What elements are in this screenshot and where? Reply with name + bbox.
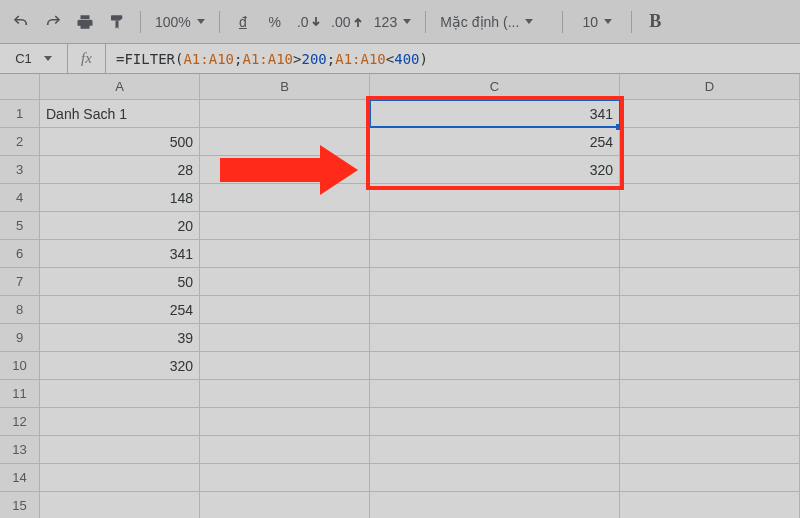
- more-formats-dropdown[interactable]: 123: [368, 8, 417, 36]
- cell-B2[interactable]: [200, 128, 370, 155]
- cell-D6[interactable]: [620, 240, 800, 267]
- row-header[interactable]: 2: [0, 128, 40, 155]
- cell-D2[interactable]: [620, 128, 800, 155]
- cell-D14[interactable]: [620, 464, 800, 491]
- row-header[interactable]: 15: [0, 492, 40, 518]
- cell-A3[interactable]: 28: [40, 156, 200, 183]
- increase-decimals-button[interactable]: .00: [328, 8, 366, 36]
- cell-B13[interactable]: [200, 436, 370, 463]
- cell-A1[interactable]: Danh Sach 1: [40, 100, 200, 127]
- row-header[interactable]: 11: [0, 380, 40, 407]
- cell-A12[interactable]: [40, 408, 200, 435]
- decrease-decimals-button[interactable]: .0: [292, 8, 326, 36]
- cell-D9[interactable]: [620, 324, 800, 351]
- font-size-dropdown[interactable]: 10: [571, 8, 623, 36]
- cell-A15[interactable]: [40, 492, 200, 518]
- currency-button[interactable]: đ: [228, 8, 258, 36]
- cell-C1[interactable]: 341: [370, 100, 620, 127]
- percent-button[interactable]: %: [260, 8, 290, 36]
- cell-A14[interactable]: [40, 464, 200, 491]
- cell-C3[interactable]: 320: [370, 156, 620, 183]
- cell-B8[interactable]: [200, 296, 370, 323]
- row-header[interactable]: 6: [0, 240, 40, 267]
- cell-B10[interactable]: [200, 352, 370, 379]
- row-header[interactable]: 10: [0, 352, 40, 379]
- cell-A11[interactable]: [40, 380, 200, 407]
- cell-C6[interactable]: [370, 240, 620, 267]
- row-header[interactable]: 13: [0, 436, 40, 463]
- cell-D12[interactable]: [620, 408, 800, 435]
- cell-C8[interactable]: [370, 296, 620, 323]
- cell-C2[interactable]: 254: [370, 128, 620, 155]
- caret-icon: [604, 19, 612, 24]
- column-header-C[interactable]: C: [370, 74, 620, 99]
- cell-D4[interactable]: [620, 184, 800, 211]
- cell-A5[interactable]: 20: [40, 212, 200, 239]
- redo-button[interactable]: [38, 8, 68, 36]
- row-header[interactable]: 3: [0, 156, 40, 183]
- cell-D8[interactable]: [620, 296, 800, 323]
- row-header[interactable]: 8: [0, 296, 40, 323]
- number-format-label: Mặc định (...: [440, 15, 519, 29]
- cell-A13[interactable]: [40, 436, 200, 463]
- cell-C4[interactable]: [370, 184, 620, 211]
- name-box[interactable]: C1: [0, 44, 68, 73]
- cell-C7[interactable]: [370, 268, 620, 295]
- cell-C10[interactable]: [370, 352, 620, 379]
- cell-A2[interactable]: 500: [40, 128, 200, 155]
- cell-C13[interactable]: [370, 436, 620, 463]
- cell-D11[interactable]: [620, 380, 800, 407]
- cell-A10[interactable]: 320: [40, 352, 200, 379]
- cell-D1[interactable]: [620, 100, 800, 127]
- column-header-B[interactable]: B: [200, 74, 370, 99]
- row-header[interactable]: 5: [0, 212, 40, 239]
- cell-B4[interactable]: [200, 184, 370, 211]
- cell-C9[interactable]: [370, 324, 620, 351]
- cell-C12[interactable]: [370, 408, 620, 435]
- bold-button[interactable]: B: [640, 8, 670, 36]
- cell-B7[interactable]: [200, 268, 370, 295]
- number-format-dropdown[interactable]: Mặc định (...: [434, 8, 554, 36]
- row-header[interactable]: 1: [0, 100, 40, 127]
- sheets-window: 100% đ % .0 .00 123 Mặc đị: [0, 0, 800, 518]
- cell-B1[interactable]: [200, 100, 370, 127]
- cell-D7[interactable]: [620, 268, 800, 295]
- toolbar-overflow[interactable]: [672, 8, 680, 36]
- paint-format-button[interactable]: [102, 8, 132, 36]
- cell-A7[interactable]: 50: [40, 268, 200, 295]
- cell-B3[interactable]: [200, 156, 370, 183]
- spreadsheet-grid[interactable]: ABCD 1Danh Sach 134125002543283204148520…: [0, 74, 800, 518]
- cell-A6[interactable]: 341: [40, 240, 200, 267]
- cell-B6[interactable]: [200, 240, 370, 267]
- column-header-A[interactable]: A: [40, 74, 200, 99]
- cell-A4[interactable]: 148: [40, 184, 200, 211]
- cell-B14[interactable]: [200, 464, 370, 491]
- cell-C11[interactable]: [370, 380, 620, 407]
- row-header[interactable]: 12: [0, 408, 40, 435]
- row-header[interactable]: 14: [0, 464, 40, 491]
- cell-B15[interactable]: [200, 492, 370, 518]
- cell-B9[interactable]: [200, 324, 370, 351]
- formula-input[interactable]: =FILTER(A1:A10;A1:A10>200;A1:A10<400): [106, 51, 800, 67]
- cell-D10[interactable]: [620, 352, 800, 379]
- cell-C5[interactable]: [370, 212, 620, 239]
- zoom-dropdown[interactable]: 100%: [149, 8, 211, 36]
- row-header[interactable]: 7: [0, 268, 40, 295]
- cell-D5[interactable]: [620, 212, 800, 239]
- cell-D3[interactable]: [620, 156, 800, 183]
- row-header[interactable]: 9: [0, 324, 40, 351]
- cell-C15[interactable]: [370, 492, 620, 518]
- cell-B11[interactable]: [200, 380, 370, 407]
- print-button[interactable]: [70, 8, 100, 36]
- select-all-corner[interactable]: [0, 74, 40, 99]
- cell-C14[interactable]: [370, 464, 620, 491]
- cell-D15[interactable]: [620, 492, 800, 518]
- cell-B12[interactable]: [200, 408, 370, 435]
- row-header[interactable]: 4: [0, 184, 40, 211]
- cell-A8[interactable]: 254: [40, 296, 200, 323]
- cell-A9[interactable]: 39: [40, 324, 200, 351]
- column-header-D[interactable]: D: [620, 74, 800, 99]
- cell-D13[interactable]: [620, 436, 800, 463]
- cell-B5[interactable]: [200, 212, 370, 239]
- undo-button[interactable]: [6, 8, 36, 36]
